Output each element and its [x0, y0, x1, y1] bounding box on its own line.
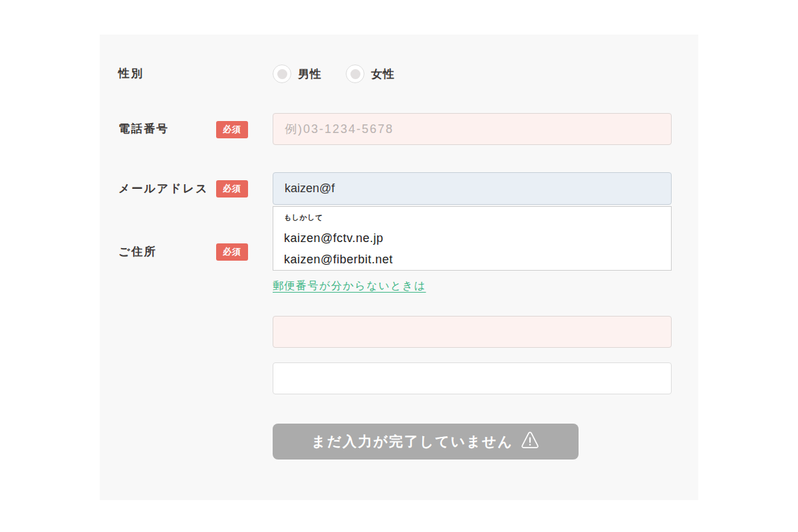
form-panel: 性別 男性 女性 電話番号 必須 メールアドレス 必須 もしかして kaizen… — [100, 35, 698, 500]
email-suggestion-dropdown: もしかして kaizen@fctv.ne.jp kaizen@fiberbit.… — [273, 206, 672, 271]
warning-icon — [520, 431, 540, 453]
radio-male-icon[interactable] — [273, 65, 291, 83]
address-required-badge: 必須 — [216, 243, 248, 261]
phone-label: 電話番号 — [118, 121, 169, 137]
phone-required-badge: 必須 — [216, 121, 248, 138]
postal-code-help-link[interactable]: 郵便番号が分からないときは — [273, 279, 426, 293]
radio-option-male[interactable]: 男性 — [273, 65, 322, 83]
email-label: メールアドレス — [118, 181, 208, 197]
suggestion-item-1[interactable]: kaizen@fctv.ne.jp — [284, 227, 660, 249]
radio-female-label: 女性 — [371, 66, 395, 82]
radio-female-dot — [350, 69, 360, 79]
suggestion-header: もしかして — [284, 213, 660, 223]
radio-option-female[interactable]: 女性 — [346, 65, 395, 83]
email-required-badge: 必須 — [216, 180, 248, 198]
submit-button[interactable]: まだ入力が完了していません — [273, 424, 579, 460]
radio-male-dot — [277, 69, 287, 79]
gender-label: 性別 — [118, 66, 144, 82]
address-label: ご住所 — [118, 244, 156, 260]
radio-female-icon[interactable] — [346, 65, 364, 83]
address-input-1[interactable] — [273, 316, 672, 348]
phone-input[interactable] — [273, 113, 672, 145]
radio-male-label: 男性 — [298, 66, 322, 82]
suggestion-item-2[interactable]: kaizen@fiberbit.net — [284, 249, 660, 270]
address-input-2[interactable] — [273, 362, 672, 394]
email-input[interactable] — [273, 172, 672, 205]
submit-button-label: まだ入力が完了していません — [311, 432, 513, 451]
